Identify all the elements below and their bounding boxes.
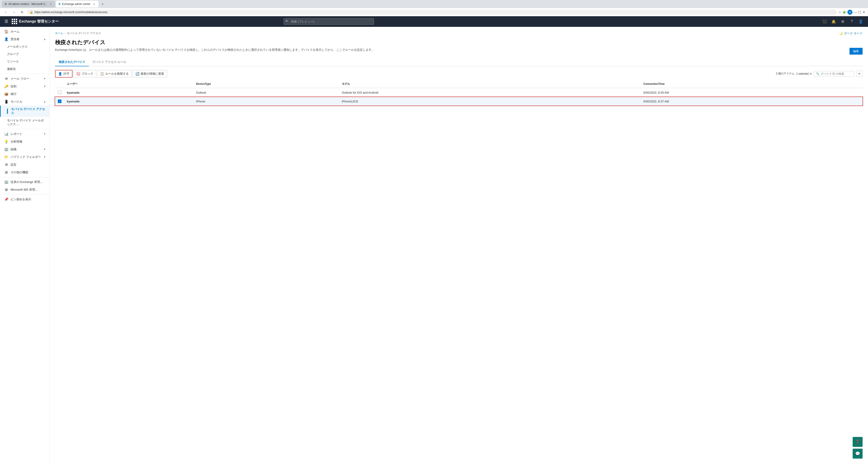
sidebar-item-public-folders[interactable]: 📁 パブリック フォルダー ▼ <box>0 153 50 161</box>
copy-rule-label: ルールを複製する <box>105 72 129 76</box>
sidebar-item-resources[interactable]: リソース <box>0 58 50 65</box>
sidebar-item-home[interactable]: 🏠 ホーム <box>0 28 50 35</box>
sidebar-item-insights[interactable]: 💡 分析情報 <box>0 138 50 145</box>
extension-icon[interactable]: 🧩 <box>843 10 846 14</box>
active-indicator <box>7 108 8 114</box>
sidebar-item-label: 移行 <box>10 92 17 96</box>
profile-icon[interactable]: M <box>847 10 852 15</box>
insights-icon: 💡 <box>4 140 8 144</box>
filter-button[interactable]: ≡ <box>856 71 863 77</box>
row1-user: kyamada <box>64 88 193 97</box>
breadcrumb: ホーム › モバイル デバイス アクセス <box>55 31 101 35</box>
mailflow-icon: ✉ <box>4 77 8 81</box>
row1-checkbox[interactable] <box>58 91 61 94</box>
sidebar-item-mailflow[interactable]: ✉ メール フロー ▼ <box>0 75 50 82</box>
device-id-search-input[interactable] <box>821 72 852 75</box>
close-browser-btn[interactable]: ✕ <box>863 10 865 14</box>
tab-close-btn2[interactable]: ✕ <box>93 2 96 6</box>
mobile-icon: 📱 <box>4 100 8 104</box>
clear-selection-btn[interactable]: ✕ <box>809 72 812 75</box>
row1-device-type: Outlook <box>193 88 339 97</box>
url-text: https://admin.exchange.microsoft.com/#/m… <box>35 10 107 14</box>
refresh-icon: 🔄 <box>135 72 139 75</box>
url-box[interactable]: 🔒 https://admin.exchange.microsoft.com/#… <box>27 10 837 15</box>
edit-button[interactable]: 編集 <box>849 48 863 55</box>
sidebar-item-label: 設定 <box>10 163 17 167</box>
sidebar-item-migration[interactable]: 📦 移行 <box>0 90 50 98</box>
page-description-text: Exchange ActiveSync は、ルールまたは個人の適用除外によって管… <box>55 48 374 52</box>
other-icon: ⊞ <box>4 170 8 174</box>
sidebar-item-groups[interactable]: グループ <box>0 51 50 58</box>
screen-action-btn[interactable]: ⬛ <box>821 18 828 25</box>
refresh-button[interactable]: 🔄 最新の情報に更新 <box>132 70 167 77</box>
page-tabs: 検疫されたデバイス デバイス アクセス ルール <box>55 58 863 66</box>
fab-container: ❓ 💬 <box>852 437 863 459</box>
refresh-label: 最新の情報に更新 <box>141 72 164 76</box>
maximize-btn[interactable]: ☐ <box>858 10 861 14</box>
divider4 <box>0 194 50 195</box>
sidebar-item-label: Microsoft 365 管理... <box>10 188 37 192</box>
sidebar-item-label: 役割 <box>10 85 17 89</box>
block-button[interactable]: 🚫 ブロック <box>73 70 96 77</box>
row2-checkbox[interactable]: ✓ <box>58 99 61 103</box>
user-icon[interactable]: 👤 <box>857 18 864 25</box>
sidebar-item-label: 連絡先 <box>7 67 16 71</box>
sidebar-item-org[interactable]: 🏢 組織 ▼ <box>0 145 50 153</box>
tab-device-access-rules[interactable]: デバイス アクセス ルール <box>89 58 130 66</box>
topbar-actions: ⬛ 🔔 ⚙ ? 👤 <box>821 18 864 25</box>
col-user[interactable]: ユーザー <box>64 80 193 88</box>
sidebar-item-label: レポート <box>10 132 22 136</box>
table-row[interactable]: ✓ kyamada iPhone iPhone12C8 9/30/2022, 8… <box>55 97 863 106</box>
star-icon[interactable]: ☆ <box>838 10 841 14</box>
chevron-down-icon: ▼ <box>43 77 46 80</box>
sidebar-item-label: 従来の Exchange 管理... <box>10 180 42 184</box>
sidebar-item-mobile[interactable]: 📱 モバイル ▲ <box>0 98 50 106</box>
minimize-btn[interactable]: — <box>854 10 857 14</box>
dark-mode-toggle[interactable]: 🌙 ダーク モード <box>839 31 863 35</box>
tab-close-btn[interactable]: ✕ <box>49 2 52 6</box>
sidebar: 🏠 ホーム 👤 受信者 ▲ メールボックス グループ リソース <box>0 27 50 464</box>
row2-device-type: iPhone <box>193 97 339 106</box>
sidebar-item-recipients[interactable]: 👤 受信者 ▲ <box>0 35 50 43</box>
sidebar-item-contacts[interactable]: 連絡先 <box>0 65 50 73</box>
back-btn[interactable]: ← <box>3 9 9 15</box>
sidebar-item-settings[interactable]: ⚙ 設定 <box>0 161 50 168</box>
help-fab-btn[interactable]: ❓ <box>852 437 863 447</box>
sidebar-item-m365[interactable]: ⊞ Microsoft 365 管理... <box>0 186 50 194</box>
allow-button[interactable]: 👤 許可 <box>55 70 72 77</box>
help-icon[interactable]: ? <box>848 18 855 25</box>
bell-icon[interactable]: 🔔 <box>830 18 837 25</box>
copy-rule-button[interactable]: 📋 ルールを複製する <box>97 70 132 77</box>
chevron-up-icon: ▲ <box>43 38 46 40</box>
breadcrumb-home-link[interactable]: ホーム <box>55 31 63 35</box>
sidebar-item-reports[interactable]: 📊 レポート ▼ <box>0 130 50 138</box>
table-row[interactable]: kyamada Outlook Outlook for iOS and Andr… <box>55 88 863 97</box>
hamburger-menu-btn[interactable]: ☰ <box>4 18 9 25</box>
sidebar-item-legacy-exchange[interactable]: 🏢 従来の Exchange 管理... <box>0 178 50 186</box>
col-model[interactable]: モデル <box>339 80 641 88</box>
forward-btn[interactable]: → <box>11 9 17 15</box>
sidebar-item-label: グループ <box>7 52 19 56</box>
sidebar-item-mobile-device-mailbox[interactable]: モバイル デバイス メールボックス ... <box>0 117 50 128</box>
divider3 <box>0 177 50 177</box>
global-search-input[interactable] <box>284 18 374 25</box>
sidebar-item-roles[interactable]: 🔑 役割 ▼ <box>0 82 50 90</box>
tab-label: All admin centers - Microsoft 3... <box>8 2 47 6</box>
row2-connection-time: 9/30/2022, 8:37 AM <box>641 97 863 106</box>
chevron-down-icon3: ▼ <box>43 133 46 135</box>
sidebar-item-mobile-device-access[interactable]: モバイル デバイス アクセス <box>0 106 50 117</box>
sidebar-item-other[interactable]: ⊞ その他の機能 <box>0 168 50 176</box>
col-checkbox <box>55 80 64 88</box>
tab-all-admin[interactable]: ⚙ All admin centers - Microsoft 3... ✕ <box>2 1 55 7</box>
topbar: ☰ Exchange 管理センター ⬛ 🔔 ⚙ ? 👤 <box>0 16 868 27</box>
tab-quarantined-devices[interactable]: 検疫されたデバイス <box>55 58 89 66</box>
col-device-type[interactable]: DeviceType <box>193 80 339 88</box>
sidebar-item-mailbox[interactable]: メールボックス <box>0 43 50 51</box>
new-tab-btn[interactable]: + <box>99 1 106 7</box>
refresh-browser-btn[interactable]: ↻ <box>19 9 25 15</box>
settings-icon[interactable]: ⚙ <box>839 18 846 25</box>
sidebar-item-pin[interactable]: 📌 ピン留めを表示 <box>0 196 50 203</box>
chat-fab-btn[interactable]: 💬 <box>852 449 863 459</box>
col-connection-time[interactable]: ConnectionTime <box>641 80 863 88</box>
tab-exchange[interactable]: E Exchange admin center ✕ <box>56 1 98 7</box>
